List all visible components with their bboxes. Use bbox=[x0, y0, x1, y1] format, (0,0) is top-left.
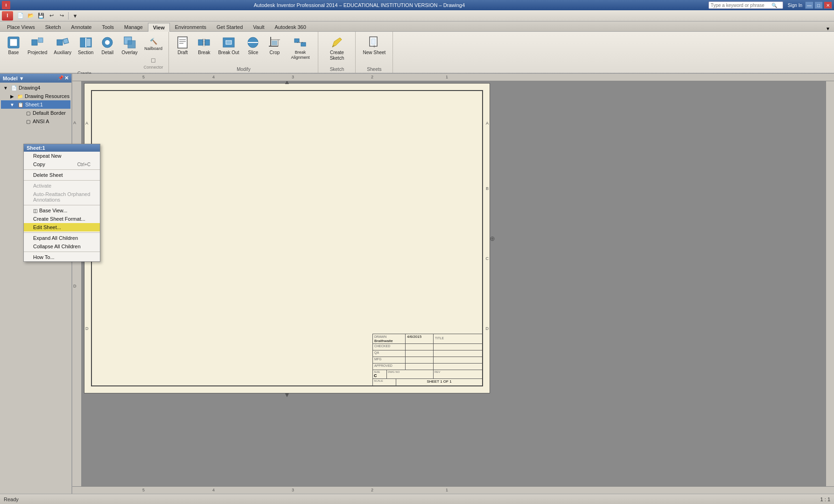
tb-approved-label: APPROVED bbox=[373, 364, 406, 370]
maximize-button[interactable]: □ bbox=[814, 1, 823, 9]
sheet-inner-border: DRAWNBraithwaite 4/6/2015 TITLE CHECKED … bbox=[91, 90, 483, 386]
break-out-button[interactable]: Break Out bbox=[216, 34, 241, 57]
ctx-expand-all[interactable]: Expand All Children bbox=[24, 234, 100, 242]
svg-rect-31 bbox=[301, 42, 306, 46]
tree-item-drawing4[interactable]: ▼ 📄 Drawing4 bbox=[1, 84, 70, 92]
tb-scale: SCALE bbox=[373, 379, 396, 385]
ruler-num-2: 2 bbox=[371, 75, 373, 79]
new-button[interactable]: 📄 bbox=[16, 12, 25, 20]
tb-drawn-date: 4/6/2015 bbox=[406, 334, 434, 343]
tb-checked-val bbox=[406, 344, 434, 350]
connector-button[interactable]: ◻ Connector bbox=[142, 53, 165, 71]
tab-annotate[interactable]: Annotate bbox=[66, 22, 97, 31]
projected-icon bbox=[30, 35, 45, 50]
context-menu-title: Sheet:1 bbox=[24, 144, 100, 152]
model-panel-close[interactable]: ✕ bbox=[64, 75, 69, 81]
ctx-how-to[interactable]: How To... bbox=[24, 253, 100, 261]
sketch-group-label: Sketch bbox=[322, 67, 351, 73]
tree-item-default-border[interactable]: ▢ Default Border bbox=[1, 109, 70, 117]
tb-sheet: SHEET 1 OF 1 bbox=[396, 379, 482, 385]
title-bar-left: I bbox=[2, 1, 10, 9]
ruler-top: 5 4 3 2 1 bbox=[72, 74, 834, 81]
open-button[interactable]: 📂 bbox=[26, 12, 35, 20]
tb-row-mfg: MFG bbox=[373, 357, 482, 364]
ruler-bot-1: 1 bbox=[446, 488, 448, 492]
ctx-copy[interactable]: Copy Ctrl+C bbox=[24, 160, 100, 168]
undo-button[interactable]: ↩ bbox=[47, 12, 56, 20]
break-alignment-icon bbox=[293, 35, 308, 50]
draft-button[interactable]: Draft bbox=[173, 34, 192, 57]
svg-point-10 bbox=[105, 40, 110, 45]
break-icon bbox=[196, 35, 211, 50]
tab-sketch[interactable]: Sketch bbox=[40, 22, 66, 31]
qa-extra-button[interactable]: ▼ bbox=[70, 12, 80, 20]
ruler-bottom: 5 4 3 2 1 bbox=[72, 486, 834, 494]
ctx-repeat-new[interactable]: Repeat New bbox=[24, 152, 100, 160]
minimize-button[interactable]: — bbox=[805, 1, 813, 9]
tab-get-started[interactable]: Get Started bbox=[211, 22, 248, 31]
crop-button[interactable]: Crop bbox=[265, 34, 284, 57]
tab-tools[interactable]: Tools bbox=[97, 22, 119, 31]
row-label-A: A bbox=[85, 121, 88, 126]
tree-label-drawing-resources: Drawing Resources bbox=[25, 93, 70, 99]
nailboard-button[interactable]: 🔨 Nailboard bbox=[142, 35, 165, 52]
title-bar-controls: 🔍 Sign In — □ ✕ bbox=[708, 1, 832, 9]
section-button[interactable]: Section bbox=[76, 34, 96, 57]
row-label-D: D bbox=[85, 326, 89, 331]
slice-button[interactable]: Slice bbox=[243, 34, 263, 57]
projected-button[interactable]: Projected bbox=[25, 34, 49, 57]
base-view-button[interactable]: Base bbox=[4, 34, 23, 57]
base-view-icon bbox=[6, 35, 21, 50]
tree-item-drawing-resources[interactable]: ▶ 📁 Drawing Resources bbox=[1, 92, 70, 100]
new-sheet-button[interactable]: + New Sheet bbox=[360, 34, 388, 57]
ctx-delete-sheet[interactable]: Delete Sheet bbox=[24, 171, 100, 179]
section-icon bbox=[78, 35, 93, 50]
ctx-edit-sheet[interactable]: Edit Sheet... bbox=[24, 223, 100, 231]
break-alignment-button[interactable]: Break Alignment bbox=[286, 34, 314, 62]
ribbon-panel: Base Projected Auxiliary Section bbox=[0, 32, 834, 74]
projected-label: Projected bbox=[28, 50, 47, 56]
model-panel-header: Model ▼ 📌 ✕ bbox=[0, 74, 71, 83]
app-menu-button[interactable]: I bbox=[2, 11, 13, 21]
row-label-D-r: D bbox=[486, 326, 489, 331]
auxiliary-button[interactable]: Auxiliary bbox=[51, 34, 74, 57]
tb-title-val4 bbox=[434, 364, 482, 370]
search-input[interactable] bbox=[711, 3, 771, 8]
overlay-button[interactable]: Overlay bbox=[119, 34, 140, 57]
search-box[interactable]: 🔍 bbox=[708, 1, 783, 9]
redo-button[interactable]: ↪ bbox=[57, 12, 66, 20]
detail-button[interactable]: Detail bbox=[98, 34, 117, 57]
tab-environments[interactable]: Environments bbox=[170, 22, 211, 31]
ctx-create-sheet-format[interactable]: Create Sheet Format... bbox=[24, 215, 100, 223]
ribbon-group-create: Base Projected Auxiliary Section bbox=[0, 32, 169, 73]
ctx-activate-label: Activate bbox=[33, 183, 51, 189]
break-button[interactable]: Break bbox=[194, 34, 214, 57]
svg-rect-22 bbox=[226, 41, 231, 44]
crop-icon bbox=[267, 35, 282, 50]
ctx-base-view[interactable]: ◫ Base View... bbox=[24, 206, 100, 215]
tab-place-views[interactable]: Place Views bbox=[2, 22, 40, 31]
create-sketch-icon bbox=[329, 35, 344, 50]
tab-manage[interactable]: Manage bbox=[119, 22, 148, 31]
tab-autodesk360[interactable]: Autodesk 360 bbox=[270, 22, 311, 31]
tab-vault[interactable]: Vault bbox=[248, 22, 269, 31]
auxiliary-label: Auxiliary bbox=[54, 50, 71, 56]
canvas-area[interactable]: A B C D 5 4 3 2 1 5 4 3 2 1 bbox=[72, 74, 834, 494]
tree-item-ansi-a[interactable]: ▢ ANSI A bbox=[1, 117, 70, 126]
ctx-repeat-new-label: Repeat New bbox=[33, 153, 62, 159]
tab-view[interactable]: View bbox=[148, 23, 170, 32]
expand-icon: ▼ bbox=[2, 84, 9, 91]
create-sketch-button[interactable]: Create Sketch bbox=[323, 34, 351, 63]
save-button[interactable]: 💾 bbox=[36, 12, 46, 20]
sign-in-button[interactable]: Sign In bbox=[788, 3, 802, 8]
arrow-bottom: ▼ bbox=[284, 391, 290, 399]
app-icon[interactable]: I bbox=[2, 1, 10, 9]
drawing-sheet: DRAWNBraithwaite 4/6/2015 TITLE CHECKED … bbox=[84, 83, 490, 393]
svg-rect-18 bbox=[205, 40, 210, 45]
tree-item-sheet1[interactable]: ▼ 📋 Sheet:1 bbox=[1, 100, 70, 109]
model-panel-pin[interactable]: 📌 bbox=[58, 75, 63, 81]
tree-label-drawing4: Drawing4 bbox=[19, 85, 40, 91]
ctx-collapse-all[interactable]: Collapse All Children bbox=[24, 242, 100, 251]
close-button[interactable]: ✕ bbox=[824, 1, 832, 9]
leaf-icon-aa bbox=[16, 118, 23, 125]
